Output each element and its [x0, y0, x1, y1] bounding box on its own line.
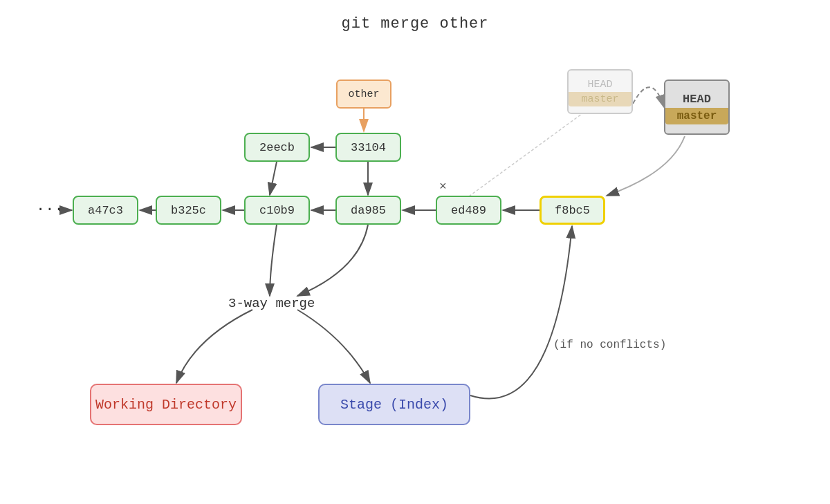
node-da985: da985 [335, 196, 401, 225]
svg-line-14 [469, 112, 584, 196]
merge-text: 3-way merge [228, 296, 315, 311]
no-conflicts-annotation: (if no conflicts) [553, 339, 666, 351]
cross-mark: × [439, 180, 447, 194]
ghost-master-text: master [569, 92, 631, 106]
working-directory-box: Working Directory [90, 384, 242, 425]
working-directory-label: Working Directory [95, 397, 237, 413]
diagram: git merge other ··· a47c3 b325c c10b9 da… [0, 0, 830, 504]
svg-line-11 [270, 162, 277, 195]
node-b325c: b325c [156, 196, 221, 225]
stage-index-label: Stage (Index) [340, 397, 448, 413]
node-a47c3: a47c3 [73, 196, 138, 225]
node-f8bc5: f8bc5 [540, 196, 605, 225]
node-ed489: ed489 [436, 196, 501, 225]
ellipsis: ··· [36, 201, 64, 218]
label-other-text: other [348, 88, 379, 100]
stage-index-box: Stage (Index) [318, 384, 470, 425]
page-title: git merge other [341, 15, 488, 32]
arrows-svg [0, 0, 830, 504]
node-33104: 33104 [335, 133, 401, 162]
label-head-master-ghost: HEAD master [567, 69, 633, 114]
label-head-master-solid: HEAD master [664, 80, 730, 135]
node-c10b9: c10b9 [244, 196, 310, 225]
node-2eecb: 2eecb [244, 133, 310, 162]
solid-master-text: master [665, 108, 728, 124]
solid-head-text: HEAD [677, 91, 717, 108]
ghost-head-text: HEAD [582, 77, 618, 92]
label-other: other [336, 80, 391, 109]
